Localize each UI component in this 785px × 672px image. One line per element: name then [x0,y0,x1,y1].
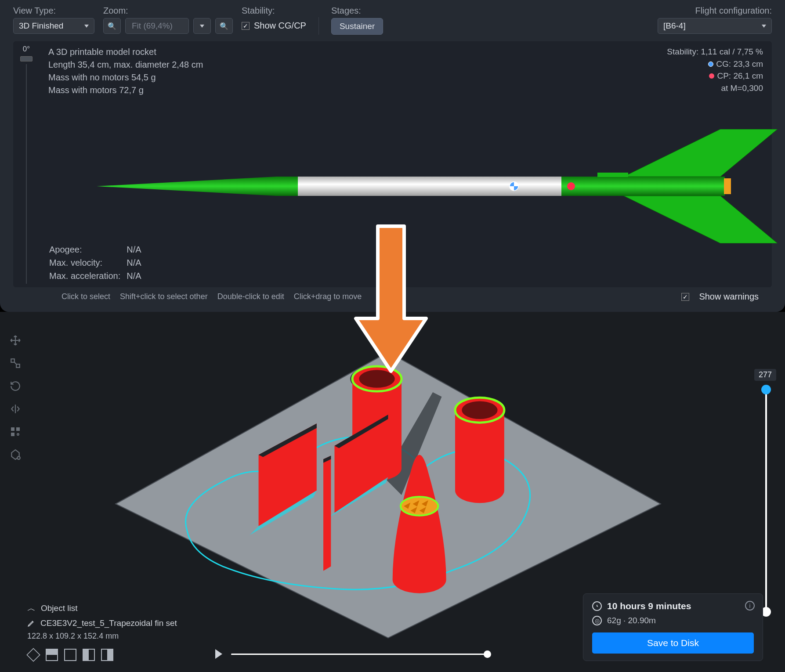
stability-label: Stability: [242,6,306,16]
svg-marker-31 [323,455,331,571]
info-icon[interactable]: i [745,601,755,611]
zoom-in-button[interactable]: 🔍 [215,18,233,34]
layer-value: 277 [754,369,776,381]
stability-info: Stability: 1,11 cal / 7,75 % CG: 23,3 cm… [667,46,763,94]
zoom-label: Zoom: [103,6,233,16]
svg-rect-4 [561,177,725,196]
svg-rect-10 [16,364,20,368]
svg-rect-9 [11,359,14,362]
svg-rect-11 [11,427,14,431]
svg-rect-5 [724,178,731,194]
object-row[interactable]: CE3E3V2_test_5_Trapezoidal fin set [27,618,177,628]
stages-label: Stages: [331,6,383,16]
svg-marker-0 [624,129,778,177]
mirror-tool-icon[interactable] [9,402,22,415]
flight-config-dropdown[interactable]: [B6-4] [658,18,772,34]
object-panel: ︿ Object list CE3E3V2_test_5_Trapezoidal… [27,603,177,661]
layer-thumb-top[interactable] [761,385,771,394]
svg-point-14 [17,434,19,435]
svg-rect-13 [11,433,14,436]
show-cgcp-label: Show CG/CP [254,21,306,31]
material-use: 62g · 20.90m [607,616,656,625]
pencil-icon [27,619,35,627]
layer-slider[interactable]: 277 [760,387,773,615]
move-tool-icon[interactable] [9,334,22,347]
left-toolbar [4,334,26,461]
svg-rect-2 [276,177,298,196]
svg-rect-12 [16,427,20,431]
scale-tool-icon[interactable] [9,357,22,370]
object-dimensions: 122.8 x 109.2 x 152.4 mm [27,632,177,641]
sustainer-stage-button[interactable]: Sustainer [331,18,383,35]
hint-dbl: Double-click to edit [217,292,284,301]
play-button[interactable] [215,649,222,659]
save-to-disk-button[interactable]: Save to Disk [592,632,754,654]
view-type-label: View Type: [13,6,94,16]
angle-thumb[interactable] [20,56,33,61]
mesh-tool-icon[interactable] [9,425,22,438]
show-warnings-label: Show warnings [699,292,759,302]
svg-marker-1 [624,196,778,243]
angle-value: 0° [23,45,30,54]
view-left-icon[interactable] [83,649,95,661]
view-type-dropdown[interactable]: 3D Finished [13,18,94,34]
show-warnings-checkbox[interactable]: ✓ [681,293,689,301]
cg-marker-icon [708,61,713,67]
view-iso-icon[interactable] [26,648,40,662]
svg-rect-3 [298,177,561,196]
object-list-toggle[interactable]: ︿ Object list [27,603,177,614]
show-cgcp-checkbox[interactable]: ✓ [242,22,250,30]
flight-config-label: Flight configuration: [695,6,772,16]
svg-point-23 [462,401,497,419]
svg-rect-6 [597,173,628,177]
toolbar: View Type: 3D Finished Zoom: 🔍 Fit (69,4… [13,4,772,41]
chevron-down-icon [84,25,89,28]
zoom-dropdown-button[interactable] [193,18,211,34]
cp-marker-icon [709,73,714,79]
chevron-down-icon [762,25,766,28]
hint-click: Click to select [61,292,110,301]
svg-point-8 [567,182,575,190]
print-time: 10 hours 9 minutes [607,601,691,611]
view-right-icon[interactable] [101,649,113,661]
chevron-up-icon: ︿ [27,603,36,614]
filament-icon: ◎ [592,616,602,625]
svg-point-15 [17,456,20,459]
timeline-thumb[interactable] [484,650,491,658]
view-top-icon[interactable] [64,649,76,661]
rotate-tool-icon[interactable] [9,379,22,393]
support-tool-icon[interactable] [9,448,22,461]
timeline-track[interactable] [231,654,488,655]
angle-slider[interactable]: 0° [13,41,40,287]
clock-icon [592,601,602,611]
hint-shift: Shift+click to select other [120,292,208,301]
view-icons [27,649,177,661]
timeline [215,649,488,659]
rocket-info: A 3D printable model rocket Length 35,4 … [48,46,763,97]
arrow-icon [347,222,435,380]
estimate-panel: i 10 hours 9 minutes ◎ 62g · 20.90m Save… [583,593,763,661]
flight-stats: Apogee:N/A Max. velocity:N/A Max. accele… [48,242,142,283]
zoom-out-button[interactable]: 🔍 [103,18,121,34]
view-front-icon[interactable] [46,649,58,661]
divider [318,17,319,35]
zoom-fit-field[interactable]: Fit (69,4%) [125,18,189,34]
